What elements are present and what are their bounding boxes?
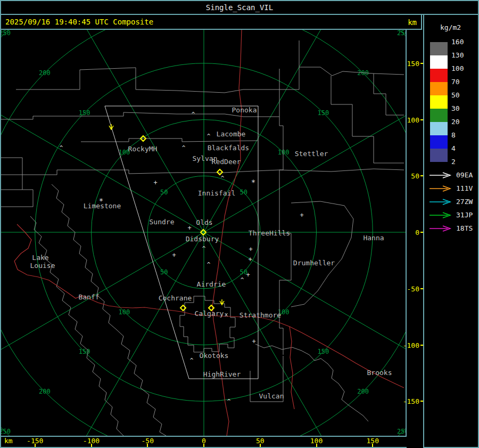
radar-app-window: Single_Scan_VIL 2025/09/16 19:40:45 UTC … bbox=[0, 0, 479, 448]
radar-site-diamond bbox=[217, 169, 222, 175]
boundary-line bbox=[16, 67, 404, 93]
city-label: Okotoks bbox=[200, 352, 229, 360]
plus-marker: + bbox=[246, 271, 250, 279]
city-label: Ponoka bbox=[232, 106, 257, 114]
ring-distance-label: 200 bbox=[39, 388, 51, 395]
city-label: Vulcan bbox=[259, 392, 284, 400]
right-axis-tick-label: 0 bbox=[402, 229, 419, 237]
legend-scale-value: 130 bbox=[451, 52, 473, 59]
city-label: Calgary bbox=[195, 309, 224, 317]
x-marker: x bbox=[225, 311, 228, 318]
legend-unit-label: kg/m2 bbox=[440, 23, 461, 31]
city-label: Banff bbox=[78, 293, 99, 301]
legend-radar-id: 18TS bbox=[456, 225, 477, 232]
city-label: Innisfail bbox=[198, 189, 235, 197]
azimuth-line bbox=[63, 232, 204, 436]
radar-arrow-icon bbox=[428, 171, 453, 180]
city-label: Airdrie bbox=[197, 280, 226, 288]
legend-panel: kg/m2 16013010070503020842 09EA111V27ZW3… bbox=[423, 14, 479, 448]
boundary-line bbox=[374, 74, 404, 115]
caret-marker: ^ bbox=[192, 111, 195, 118]
legend-scale-value: 100 bbox=[451, 65, 473, 72]
info-bar: 2025/09/16 19:40:45 UTC Composite km bbox=[0, 14, 422, 30]
boundary-line bbox=[299, 40, 404, 163]
city-label: Sundre bbox=[150, 218, 175, 226]
ring-distance-label: 250 bbox=[1, 30, 11, 37]
ring-distance-label: 150 bbox=[79, 109, 90, 117]
storm-motion-arrow bbox=[109, 124, 113, 129]
city-label: Didsbury bbox=[186, 235, 219, 243]
ring-distance-label: 50 bbox=[160, 189, 168, 196]
legend-scale-value: 2 bbox=[451, 158, 473, 166]
legend-color-box bbox=[430, 82, 448, 95]
plus-marker: + bbox=[153, 179, 157, 186]
plus-marker: + bbox=[252, 338, 255, 345]
left-frame-line bbox=[0, 436, 1, 448]
boundary-line bbox=[30, 216, 123, 436]
city-label: RedDeer bbox=[212, 158, 241, 166]
legend-scale-value: 50 bbox=[451, 92, 473, 99]
legend-color-box bbox=[430, 95, 448, 109]
city-label: Cochrane bbox=[159, 294, 192, 302]
ring-distance-label: 150 bbox=[79, 348, 90, 355]
plus-marker: + bbox=[187, 224, 191, 232]
right-axis-tick-label: 150 bbox=[402, 60, 419, 68]
highway-line bbox=[290, 327, 294, 409]
legend-color-box bbox=[430, 109, 448, 122]
legend-scale-value: 70 bbox=[451, 78, 473, 86]
legend-color-box bbox=[430, 135, 448, 149]
right-axis-tick-label: 100 bbox=[402, 116, 419, 124]
radar-map: 5010015020025050100150200250501001502002… bbox=[1, 30, 406, 436]
azimuth-line bbox=[1, 92, 204, 232]
legend-color-box bbox=[430, 149, 448, 162]
city-label: ThreeHills bbox=[249, 229, 290, 237]
right-axis-unit-label: km bbox=[408, 18, 417, 27]
ring-distance-label: 50 bbox=[160, 268, 168, 276]
legend-radar-arrow bbox=[428, 211, 453, 219]
bottom-axis-unit-label: km bbox=[4, 437, 13, 445]
city-label: RockyMH bbox=[128, 145, 158, 153]
right-axis-tick-label: 50 bbox=[402, 172, 419, 180]
plus-marker: + bbox=[172, 251, 176, 259]
legend-radar-arrow bbox=[428, 171, 453, 180]
caret-marker: ^ bbox=[202, 245, 206, 252]
caret-marker: ^ bbox=[221, 175, 225, 182]
legend-radar-id: 111V bbox=[456, 185, 477, 192]
radar-map-panel: 5010015020025050100150200250501001502002… bbox=[0, 29, 407, 437]
legend-scale-value: 8 bbox=[451, 132, 473, 139]
city-label: Blackfalds bbox=[208, 144, 249, 152]
ring-distance-label: 150 bbox=[317, 348, 329, 355]
ring-distance-label: 150 bbox=[317, 109, 329, 117]
city-label: Hanna bbox=[363, 234, 384, 242]
window-title: Single_Scan_VIL bbox=[206, 3, 273, 12]
legend-color-box bbox=[430, 69, 448, 82]
legend-scale-value: 30 bbox=[451, 105, 473, 112]
radar-arrow-icon bbox=[428, 224, 453, 233]
boundary-line bbox=[81, 139, 258, 142]
radar-arrow-icon bbox=[428, 184, 453, 193]
plus-marker: + bbox=[249, 246, 252, 253]
legend-radar-id: 27ZW bbox=[456, 198, 477, 206]
right-axis-tick-label: -150 bbox=[402, 397, 419, 405]
title-bar: Single_Scan_VIL bbox=[0, 0, 479, 15]
radar-arrow-icon bbox=[428, 211, 453, 219]
legend-color-box bbox=[430, 42, 448, 55]
right-axis-tick-label: -50 bbox=[402, 285, 419, 293]
city-label: Lake bbox=[32, 254, 48, 262]
plus-marker: + bbox=[300, 211, 303, 219]
boundary-line bbox=[1, 158, 33, 207]
legend-color-box bbox=[430, 55, 448, 69]
city-label: Stettler bbox=[295, 150, 328, 158]
ring-distance-label: 50 bbox=[240, 189, 247, 196]
ring-distance-label: 200 bbox=[357, 388, 369, 395]
caret-marker: ^ bbox=[241, 276, 244, 283]
city-label: Olds bbox=[196, 218, 212, 226]
plus-marker: + bbox=[248, 256, 252, 263]
legend-color-box bbox=[430, 122, 448, 135]
legend-radar-arrow bbox=[428, 198, 453, 206]
ring-distance-label: 100 bbox=[278, 149, 290, 156]
caret-marker: ^ bbox=[190, 357, 194, 364]
legend-scale-value: 20 bbox=[451, 118, 473, 126]
legend-radar-id: 31JP bbox=[456, 211, 477, 219]
ring-distance-label: 100 bbox=[119, 308, 130, 316]
